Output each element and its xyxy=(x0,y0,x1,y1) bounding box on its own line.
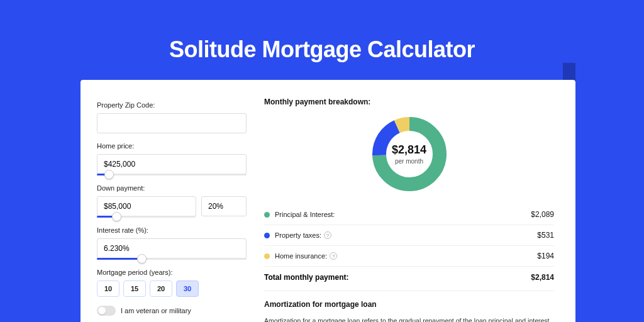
veteran-label: I am veteran or military xyxy=(121,307,191,314)
down-payment-slider[interactable] xyxy=(97,216,196,218)
input-pane: Property Zip Code: Home price: Down paym… xyxy=(97,97,247,322)
down-payment-pct-input[interactable] xyxy=(201,196,247,216)
amortization-text: Amortization for a mortgage loan refers … xyxy=(264,316,554,322)
slider-knob[interactable] xyxy=(104,170,114,179)
legend-label: Principal & Interest: xyxy=(275,211,335,218)
toggle-knob xyxy=(98,307,106,314)
slider-knob[interactable] xyxy=(112,212,121,221)
legend-label: Property taxes: xyxy=(275,231,321,239)
legend-value: $194 xyxy=(537,252,554,260)
down-payment-input[interactable] xyxy=(97,196,196,216)
period-group: 10152030 xyxy=(97,280,247,297)
amortization-section: Amortization for mortgage loan Amortizat… xyxy=(264,291,554,322)
legend-value: $531 xyxy=(537,231,554,240)
legend-value: $2,089 xyxy=(531,210,554,219)
page-title: Solitude Mortgage Calculator xyxy=(0,0,644,63)
legend-dot xyxy=(264,212,270,218)
page: Solitude Mortgage Calculator Property Zi… xyxy=(0,0,644,322)
breakdown-pane: Monthly payment breakdown: $2,814 per mo… xyxy=(264,97,554,322)
info-icon[interactable]: ? xyxy=(330,252,337,260)
amortization-title: Amortization for mortgage loan xyxy=(264,300,554,309)
zip-input[interactable] xyxy=(97,113,247,133)
breakdown-title: Monthly payment breakdown: xyxy=(264,97,554,106)
legend-label: Home insurance: xyxy=(275,252,327,260)
period-button-30[interactable]: 30 xyxy=(176,280,199,297)
home-price-input[interactable] xyxy=(97,154,247,174)
interest-input[interactable] xyxy=(97,238,247,258)
legend-dot xyxy=(264,233,270,238)
home-price-label: Home price: xyxy=(97,142,247,150)
home-price-slider[interactable] xyxy=(97,174,247,175)
legend-row: Property taxes:?$531 xyxy=(264,225,554,246)
legend-row: Home insurance:?$194 xyxy=(264,246,554,266)
legend: Principal & Interest:$2,089Property taxe… xyxy=(264,204,554,266)
donut-chart: $2,814 per month xyxy=(264,115,554,193)
donut-total: $2,814 xyxy=(392,143,426,157)
donut-center: $2,814 per month xyxy=(392,143,426,165)
donut-sub: per month xyxy=(392,158,426,165)
period-button-15[interactable]: 15 xyxy=(123,280,146,297)
zip-label: Property Zip Code: xyxy=(97,101,247,109)
legend-row: Principal & Interest:$2,089 xyxy=(264,204,554,225)
info-icon[interactable]: ? xyxy=(324,231,331,239)
slider-knob[interactable] xyxy=(137,254,147,264)
calculator-card: Property Zip Code: Home price: Down paym… xyxy=(80,80,575,322)
total-value: $2,814 xyxy=(531,273,554,282)
total-label: Total monthly payment: xyxy=(264,273,348,282)
interest-slider[interactable] xyxy=(97,258,247,260)
down-payment-label: Down payment: xyxy=(97,184,247,192)
period-button-10[interactable]: 10 xyxy=(97,280,119,297)
veteran-toggle[interactable] xyxy=(97,306,116,316)
period-button-20[interactable]: 20 xyxy=(150,280,172,297)
legend-dot xyxy=(264,253,270,259)
total-row: Total monthly payment: $2,814 xyxy=(264,266,554,291)
period-label: Mortgage period (years): xyxy=(97,269,247,276)
interest-label: Interest rate (%): xyxy=(97,226,247,234)
